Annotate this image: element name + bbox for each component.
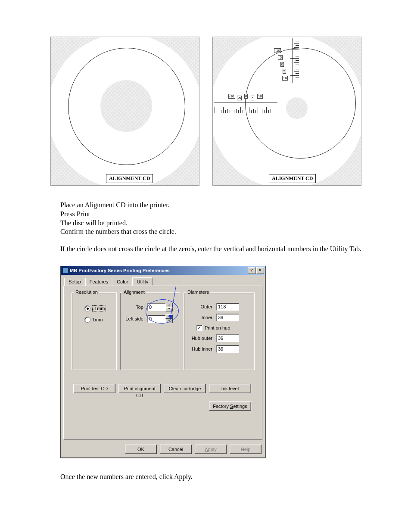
- instructions-block: Place an Alignment CD into the printer. …: [60, 201, 411, 236]
- alignment-top-label: Top:: [123, 305, 147, 310]
- note-line: If the circle does not cross the circle …: [60, 245, 411, 253]
- dialog-actions: OK Cancel Apply Help: [61, 442, 265, 457]
- ruler-tick-label: 5: [251, 96, 254, 100]
- ruler-tick-label: -5: [278, 55, 283, 60]
- hub-outer-label: Hub outer:: [187, 336, 216, 341]
- dialog-title: MB PrintFactory Series Printing Preferen…: [70, 268, 170, 273]
- cd-illustrations-row: ALIGNMENT CD -10 -5 0 5 10: [50, 37, 411, 186]
- help-button-titlebar[interactable]: ?: [248, 267, 255, 274]
- hub-inner-input[interactable]: 36: [216, 345, 239, 353]
- instruction-line: Confirm the numbers that cross the circl…: [60, 227, 411, 236]
- print-on-hub-checkbox[interactable]: ✓: [196, 325, 202, 331]
- ruler-tick-label: 0: [280, 62, 284, 67]
- dialog-titlebar: MB PrintFactory Series Printing Preferen…: [61, 266, 265, 275]
- close-button[interactable]: ×: [256, 267, 264, 274]
- apply-button[interactable]: Apply: [195, 445, 227, 454]
- clean-cartridge-button[interactable]: Clean cartridge: [164, 384, 206, 393]
- ruler-tick-label: 0: [244, 94, 248, 99]
- cd-hub: [100, 80, 152, 132]
- app-icon: [62, 268, 68, 274]
- alignment-cd-left: ALIGNMENT CD: [50, 37, 199, 186]
- help-button[interactable]: Help: [230, 445, 262, 454]
- ruler-tick-label: -5: [237, 96, 242, 100]
- cd-hub: [286, 97, 308, 119]
- instruction-line: The disc will be printed.: [60, 219, 411, 228]
- ruler-horizontal: -10 -5 0 5 10: [213, 94, 277, 113]
- print-on-hub-label: Print on hub: [205, 325, 230, 330]
- print-test-cd-button[interactable]: Print test CD: [73, 384, 115, 393]
- resolution-radio-1mm[interactable]: 1mm: [84, 317, 106, 323]
- factory-settings-button[interactable]: Factory Settings: [209, 401, 251, 411]
- cancel-button[interactable]: Cancel: [160, 445, 192, 454]
- tab-setup[interactable]: Setup: [64, 278, 85, 286]
- ruler-vertical: -10 -5 0 5 10: [277, 37, 299, 84]
- tab-color[interactable]: Color: [112, 278, 132, 286]
- ruler-tick-label: 10: [257, 94, 263, 99]
- ink-level-button[interactable]: Ink level: [209, 384, 251, 393]
- tab-strip: Setup Features Color Utility: [61, 275, 265, 286]
- inner-input[interactable]: 36: [216, 314, 239, 321]
- ok-button[interactable]: OK: [125, 445, 157, 454]
- cd-label: ALIGNMENT CD: [269, 174, 316, 183]
- alignment-cd-right: -10 -5 0 5 10: [212, 37, 361, 186]
- ruler-tick-label: -10: [274, 48, 281, 53]
- hub-outer-input[interactable]: 36: [216, 334, 239, 342]
- ruler-tick-label: -10: [228, 94, 235, 99]
- instruction-line: Press Print: [60, 210, 411, 219]
- resolution-legend: Resolution: [74, 289, 99, 295]
- alignment-legend: Alignment: [122, 289, 146, 295]
- ruler-tick-label: 10: [282, 76, 288, 81]
- utility-tab-body: Resolution .1mm 1mm: [63, 286, 262, 440]
- cd-label: ALIGNMENT CD: [106, 174, 153, 183]
- ruler-tick-label: 5: [283, 69, 286, 74]
- tab-features[interactable]: Features: [85, 278, 112, 286]
- hub-inner-label: Hub inner:: [187, 346, 216, 352]
- diameters-legend: Diameters: [186, 289, 210, 295]
- inner-label: Inner:: [187, 315, 216, 320]
- printing-preferences-dialog: MB PrintFactory Series Printing Preferen…: [60, 266, 265, 458]
- tab-utility[interactable]: Utility: [132, 277, 153, 286]
- outer-input[interactable]: 118: [216, 303, 239, 311]
- outer-label: Outer:: [187, 304, 216, 309]
- resolution-radio-01mm[interactable]: .1mm: [84, 305, 106, 311]
- alignment-left-label: Left side:: [123, 316, 147, 321]
- print-alignment-cd-button[interactable]: Print alignment CD: [118, 384, 161, 393]
- final-instruction: Once the new numbers are entered, click …: [60, 473, 411, 481]
- instruction-line: Place an Alignment CD into the printer.: [60, 201, 411, 210]
